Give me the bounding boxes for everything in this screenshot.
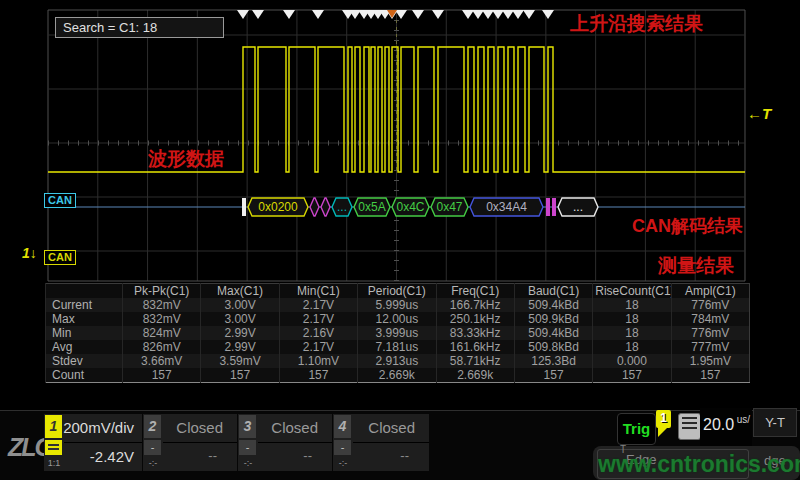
channel1-badge: 1 <box>45 415 62 438</box>
measure-row-label: Stdev <box>46 354 123 368</box>
measure-cell: 3.999us <box>358 326 436 340</box>
measure-col-header: Freq(C1) <box>436 284 514 299</box>
channel3-probe-ratio: -:- <box>239 458 257 468</box>
can-decode-bus-label[interactable]: CAN <box>44 193 76 208</box>
measure-cell: 2.913us <box>358 354 436 368</box>
measure-cell: 157 <box>279 368 357 383</box>
channel2-coupling-icon: - <box>144 440 161 455</box>
trigger-position-marker-icon <box>387 10 397 18</box>
measure-row: Stdev3.66mV3.59mV1.10mV2.913us58.71kHz12… <box>46 354 750 368</box>
channel3-block[interactable]: 3 - -:- Closed -- <box>238 414 332 471</box>
search-edge-marker-icon <box>462 10 474 19</box>
annotation-can-decode-result: CAN解码结果 <box>632 214 743 238</box>
measure-cell: 2.99V <box>201 340 279 354</box>
can-decode-value: ... <box>337 200 347 214</box>
measurement-table: Pk-Pk(C1)Max(C1)Min(C1)Period(C1)Freq(C1… <box>45 283 750 383</box>
measure-cell: 166.7kHz <box>436 298 514 312</box>
channel1-dc-coupling-icon <box>45 440 62 455</box>
measure-col-header: RiseCount(C1) <box>593 284 671 299</box>
channel2-probe-ratio: -:- <box>144 458 162 468</box>
measure-col-header: Ampl(C1) <box>671 284 749 299</box>
measure-cell: 1.10mV <box>279 354 357 368</box>
measure-cell: 12.00us <box>358 312 436 326</box>
measure-cell: 509.4kBd <box>514 298 592 312</box>
measure-row-label: Count <box>46 368 123 383</box>
timebase-value: 20.0 <box>703 416 734 434</box>
trigger-level-marker[interactable]: ←T <box>747 105 771 122</box>
measure-col-header: Pk-Pk(C1) <box>123 284 201 299</box>
channel1-block[interactable]: 1 1:1 200mV/div -2.42V <box>44 414 142 471</box>
protocol-list-icon[interactable] <box>678 413 701 440</box>
annotation-waveform-data: 波形数据 <box>148 146 224 172</box>
measure-cell: 3.00V <box>201 312 279 326</box>
search-status-box[interactable]: Search = C1: 18 <box>55 17 224 38</box>
channel2-status: Closed <box>176 419 223 436</box>
measure-cell: 826mV <box>123 340 201 354</box>
oscilloscope-screen: 0x0200...0x5A0x4C0x470x34A4... Search = … <box>0 0 800 480</box>
channel4-status: Closed <box>368 419 415 436</box>
measure-cell: 509.8kBd <box>514 340 592 354</box>
can-decode-value: 0x47 <box>436 200 462 214</box>
measure-col-header: Max(C1) <box>201 284 279 299</box>
measure-cell: 2.669k <box>436 368 514 383</box>
measure-row-label: Current <box>46 298 123 312</box>
measure-row-label: Avg <box>46 340 123 354</box>
channel2-block[interactable]: 2 - -:- Closed -- <box>143 414 237 471</box>
search-edge-marker-icon <box>472 10 484 19</box>
measure-cell: 3.59mV <box>201 354 279 368</box>
timebase-panel[interactable]: 20.0 us/ <box>700 408 752 446</box>
measure-cell: 509.4kBd <box>514 326 592 340</box>
channel3-badge: 3 <box>239 415 256 438</box>
can-decode-frame-segment <box>310 198 319 216</box>
measure-row: Current832mV3.00V2.17V5.999us166.7kHz509… <box>46 298 750 312</box>
measure-row: Min824mV2.99V2.16V3.999us83.33kHz509.4kB… <box>46 326 750 340</box>
measure-cell: 3.66mV <box>123 354 201 368</box>
measure-cell: 1.95mV <box>671 354 749 368</box>
measure-cell: 18 <box>593 312 671 326</box>
measure-cell: 832mV <box>123 312 201 326</box>
measure-col-empty <box>46 284 123 299</box>
channel4-block[interactable]: 4 - -:- Closed -- <box>333 414 429 471</box>
channel1-position-marker[interactable]: 1↓ <box>22 245 37 261</box>
trigger-channel-tag-icon[interactable]: 1 <box>656 410 671 428</box>
measure-cell: 18 <box>593 298 671 312</box>
measure-cell: 83.33kHz <box>436 326 514 340</box>
channel1-offset: -2.42V <box>90 448 134 465</box>
measure-cell: 157 <box>123 368 201 383</box>
can-decode-value: 0x4C <box>396 200 424 214</box>
search-edge-marker-icon <box>492 10 504 19</box>
measure-cell: 7.181us <box>358 340 436 354</box>
measure-cell: 161.6kHz <box>436 340 514 354</box>
measure-row-label: Max <box>46 312 123 326</box>
measure-cell: 0.000 <box>593 354 671 368</box>
measure-cell: 125.3Bd <box>514 354 592 368</box>
search-edge-marker-icon <box>412 10 424 19</box>
measure-cell: 776mV <box>671 298 749 312</box>
channel3-coupling-icon: - <box>239 440 256 455</box>
channel4-badge: 4 <box>334 415 351 438</box>
measure-col-header: Baud(C1) <box>514 284 592 299</box>
display-mode-button[interactable]: Y-T <box>753 408 797 437</box>
can-decode-bar <box>546 198 550 216</box>
channel1-scale: 200mV/div <box>63 419 134 436</box>
measure-cell: 784mV <box>671 312 749 326</box>
measure-cell: 5.999us <box>358 298 436 312</box>
annotation-measure-result: 测量结果 <box>658 253 734 279</box>
can-measure-bus-label[interactable]: CAN <box>44 250 76 265</box>
measure-cell: 2.17V <box>279 312 357 326</box>
timebase-unit: us/ <box>737 414 750 425</box>
trigger-channel-tag-tail <box>658 428 667 437</box>
search-edge-marker-icon <box>432 10 444 19</box>
channel3-status: Closed <box>271 419 318 436</box>
measure-cell: 2.16V <box>279 326 357 340</box>
channel2-badge: 2 <box>144 415 161 438</box>
measure-cell: 2.17V <box>279 340 357 354</box>
can-decode-bar <box>242 198 246 216</box>
channel4-probe-ratio: -:- <box>334 458 352 468</box>
trig-button[interactable]: Trig <box>617 413 656 445</box>
channel1-probe-ratio: 1:1 <box>45 458 63 468</box>
search-edge-marker-icon <box>542 10 554 19</box>
can-decode-value: 0x5A <box>358 200 385 214</box>
measure-row: Avg826mV2.99V2.17V7.181us161.6kHz509.8kB… <box>46 340 750 354</box>
measure-row: Max832mV3.00V2.17V12.00us250.1kHz509.9kB… <box>46 312 750 326</box>
